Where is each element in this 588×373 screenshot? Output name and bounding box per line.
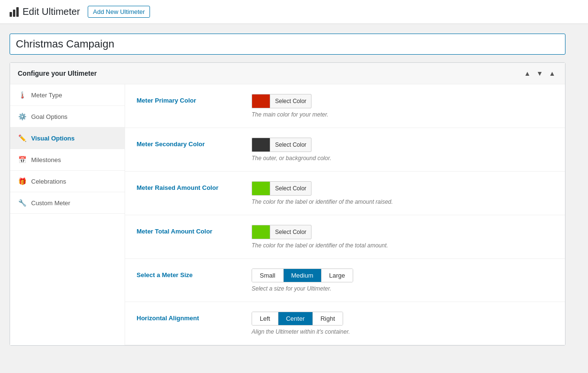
milestones-icon: 📅 <box>18 156 26 163</box>
secondary-color-control: Select Color The outer, or background co… <box>252 138 553 162</box>
title-input[interactable] <box>10 34 565 55</box>
total-amount-color-label: Meter Total Amount Color <box>137 225 242 235</box>
total-amount-color-group: Select Color <box>252 225 553 239</box>
alignment-row: Horizontal Alignment Left Center Right A… <box>125 302 565 345</box>
meter-type-icon: 🌡️ <box>18 91 26 99</box>
raised-amount-color-button[interactable]: Select Color <box>270 181 311 196</box>
primary-color-button[interactable]: Select Color <box>270 94 311 108</box>
custom-meter-icon: 🔧 <box>18 199 26 207</box>
sidebar-item-label-meter-type: Meter Type <box>31 92 62 99</box>
logo-bar-3 <box>16 7 19 17</box>
secondary-color-hint: The outer, or background color. <box>252 155 553 162</box>
align-buttons-group: Left Center Right <box>252 312 343 326</box>
primary-color-swatch <box>252 94 270 108</box>
sidebar: 🌡️ Meter Type ⚙️ Goal Options ✏️ Visual … <box>10 84 125 345</box>
configure-controls: ▲ ▼ ▲ <box>522 69 557 78</box>
configure-box: Configure your Ultimeter ▲ ▼ ▲ 🌡️ Meter … <box>10 62 565 346</box>
raised-amount-color-row: Meter Raised Amount Color Select Color T… <box>125 172 565 215</box>
main-options: Meter Primary Color Select Color The mai… <box>125 84 565 345</box>
sidebar-item-label-visual-options: Visual Options <box>31 135 75 142</box>
raised-amount-color-label: Meter Raised Amount Color <box>137 181 242 191</box>
meter-size-hint: Select a size for your Ultimeter. <box>252 285 553 292</box>
logo-bar-2 <box>13 10 15 17</box>
align-right-button[interactable]: Right <box>313 312 343 325</box>
meter-size-row: Select a Meter Size Small Medium Large S… <box>125 259 565 302</box>
primary-color-control: Select Color The main color for your met… <box>252 94 553 118</box>
secondary-color-swatch <box>252 138 270 152</box>
sidebar-item-celebrations[interactable]: 🎁 Celebrations <box>10 171 125 192</box>
configure-title: Configure your Ultimeter <box>18 70 97 77</box>
sidebar-item-label-goal-options: Goal Options <box>31 113 68 120</box>
logo-icon <box>10 7 19 17</box>
secondary-color-button[interactable]: Select Color <box>270 138 311 152</box>
raised-amount-color-control: Select Color The color for the label or … <box>252 181 553 205</box>
raised-amount-color-swatch <box>252 181 270 196</box>
sidebar-item-milestones[interactable]: 📅 Milestones <box>10 149 125 171</box>
sidebar-item-label-celebrations: Celebrations <box>31 178 66 185</box>
sidebar-item-meter-type[interactable]: 🌡️ Meter Type <box>10 84 125 106</box>
collapse-down-button[interactable]: ▼ <box>534 69 545 78</box>
total-amount-color-row: Meter Total Amount Color Select Color Th… <box>125 215 565 259</box>
page-content: Configure your Ultimeter ▲ ▼ ▲ 🌡️ Meter … <box>0 24 575 355</box>
meter-size-control: Small Medium Large Select a size for you… <box>252 268 553 292</box>
sidebar-item-label-custom-meter: Custom Meter <box>31 199 70 207</box>
celebrations-icon: 🎁 <box>18 177 26 185</box>
collapse-up-button[interactable]: ▲ <box>522 69 532 78</box>
size-medium-button[interactable]: Medium <box>284 269 322 282</box>
page-title: Edit Ultimeter <box>23 6 80 17</box>
alignment-control: Left Center Right Align the Ultimeter wi… <box>252 312 553 335</box>
primary-color-row: Meter Primary Color Select Color The mai… <box>125 84 565 128</box>
total-amount-color-control: Select Color The color for the label or … <box>252 225 553 249</box>
logo-bar-1 <box>10 12 12 17</box>
meter-size-label: Select a Meter Size <box>137 268 242 279</box>
size-buttons-group: Small Medium Large <box>252 268 353 282</box>
sidebar-item-goal-options[interactable]: ⚙️ Goal Options <box>10 106 125 128</box>
goal-options-icon: ⚙️ <box>18 113 26 120</box>
logo: Edit Ultimeter <box>10 6 80 17</box>
alignment-label: Horizontal Alignment <box>137 312 242 322</box>
align-center-button[interactable]: Center <box>278 312 313 325</box>
configure-body: 🌡️ Meter Type ⚙️ Goal Options ✏️ Visual … <box>10 84 565 345</box>
expand-button[interactable]: ▲ <box>547 69 557 78</box>
secondary-color-label: Meter Secondary Color <box>137 138 242 148</box>
size-large-button[interactable]: Large <box>322 269 353 282</box>
visual-options-icon: ✏️ <box>18 134 26 142</box>
raised-amount-color-hint: The color for the label or identifier of… <box>252 198 553 205</box>
primary-color-label: Meter Primary Color <box>137 94 242 104</box>
total-amount-color-hint: The color for the label or identifier of… <box>252 242 553 249</box>
align-left-button[interactable]: Left <box>252 312 278 325</box>
page-header: Edit Ultimeter Add New Ultimeter <box>0 0 588 24</box>
sidebar-item-custom-meter[interactable]: 🔧 Custom Meter <box>10 192 125 214</box>
primary-color-hint: The main color for your meter. <box>252 111 553 118</box>
add-new-button[interactable]: Add New Ultimeter <box>88 6 150 18</box>
secondary-color-group: Select Color <box>252 138 553 152</box>
alignment-hint: Align the Ultimeter within it's containe… <box>252 328 553 335</box>
total-amount-color-button[interactable]: Select Color <box>270 225 311 239</box>
raised-amount-color-group: Select Color <box>252 181 553 196</box>
sidebar-item-label-milestones: Milestones <box>31 156 61 163</box>
total-amount-color-swatch <box>252 225 270 239</box>
sidebar-item-visual-options[interactable]: ✏️ Visual Options <box>10 128 125 149</box>
primary-color-group: Select Color <box>252 94 553 108</box>
size-small-button[interactable]: Small <box>252 269 284 282</box>
secondary-color-row: Meter Secondary Color Select Color The o… <box>125 128 565 172</box>
configure-header: Configure your Ultimeter ▲ ▼ ▲ <box>10 63 565 84</box>
